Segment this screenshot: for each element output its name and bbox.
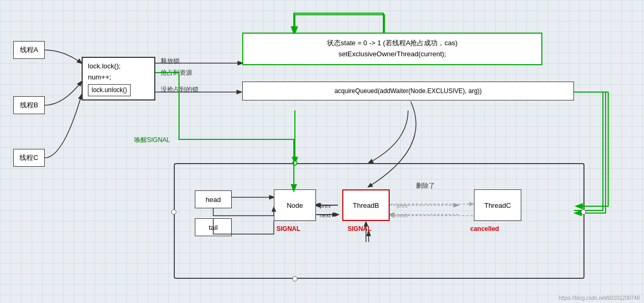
threadc-label: ThreadC (484, 201, 511, 209)
watermark: https://blog.csdn.net/b0101200748 (559, 295, 640, 301)
signal1-label: SIGNAL (276, 225, 300, 233)
next-label-1: next (320, 212, 331, 218)
signal2-label: SIGNAL (348, 225, 371, 233)
container-bottom-circle (292, 276, 298, 281)
code-line2: num++; (88, 72, 149, 83)
thread-a-label: 线程A (13, 41, 45, 59)
thread-a-text: 线程A (20, 45, 38, 55)
head-box: head (195, 190, 232, 208)
acquire-box: acquireQueued(addWaiter(Node.EXCLUSIVE),… (242, 82, 574, 100)
code-block: lock.lock(); num++; lock.unlock() (82, 57, 155, 100)
thread-b-label: 线程B (13, 96, 45, 114)
node-label: Node (286, 201, 303, 209)
grab-resource-label: 抢占到资源 (161, 68, 192, 77)
cancelled-label: cancelled (470, 225, 499, 233)
tail-box: tail (195, 218, 232, 236)
next-label-2: next (397, 212, 408, 218)
code-line3: lock.unlock() (88, 84, 131, 96)
thread-b-text: 线程B (20, 100, 38, 110)
code-line1: lock.lock(); (88, 61, 149, 72)
thread-c-label: 线程C (13, 149, 45, 167)
thread-c-text: 线程C (19, 153, 38, 163)
release-lock-label: 释放锁 (161, 57, 180, 66)
status-line1: 状态state = 0 -> 1 (若线程A抢占成功，cas) (250, 38, 535, 49)
wake-signal-label: 唤醒SIGNAL (134, 136, 170, 145)
status-box: 状态state = 0 -> 1 (若线程A抢占成功，cas) setExclu… (242, 33, 542, 65)
deleted-label: 删除了 (416, 181, 435, 190)
container-top-circle (292, 160, 298, 166)
container-left-circle (171, 209, 176, 215)
acquire-text: acquireQueued(addWaiter(Node.EXCLUSIVE),… (334, 87, 482, 95)
status-line2: setExclusiveOwnerThread(current); (250, 49, 535, 60)
outer-container (174, 163, 584, 279)
node-box: Node (274, 189, 316, 221)
no-grab-label: 没抢占到的锁 (161, 85, 199, 94)
tail-label: tail (209, 224, 218, 231)
container-right-circle (581, 209, 586, 215)
threadb-node: ThreadB (342, 189, 390, 221)
prev-label-2: prev (397, 203, 408, 209)
threadb-label: ThreadB (353, 201, 379, 209)
threadc-node: ThreadC (474, 189, 521, 221)
diagram-canvas: 线程A 线程B 线程C lock.lock(); num++; lock.unl… (0, 0, 644, 303)
head-label: head (206, 196, 221, 204)
prev-label-1: prev (320, 203, 331, 209)
